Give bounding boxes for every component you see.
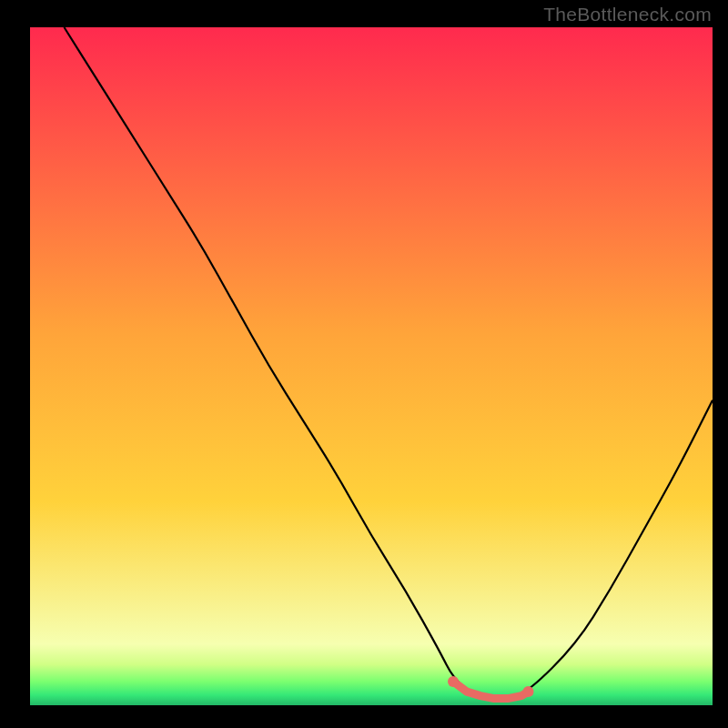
minimum-marker-end (523, 686, 534, 697)
plot-background (30, 27, 713, 705)
watermark-text: TheBottleneck.com (543, 4, 712, 25)
bottleneck-chart (0, 0, 728, 728)
minimum-marker-start (448, 676, 459, 687)
chart-stage: TheBottleneck.com (0, 0, 728, 728)
